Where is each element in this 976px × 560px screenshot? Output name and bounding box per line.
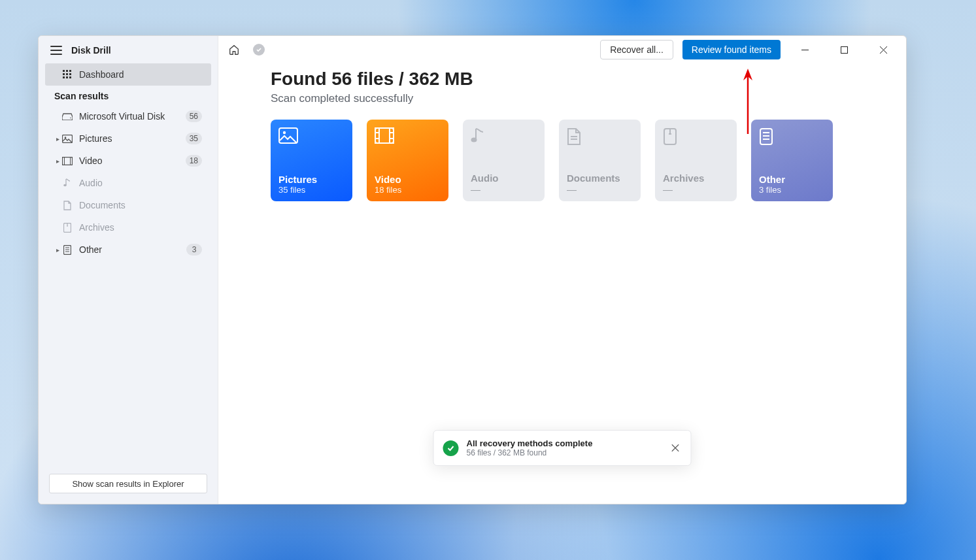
other-icon bbox=[759, 127, 777, 146]
toast-close-button[interactable] bbox=[669, 442, 682, 455]
content-area: Found 56 files / 362 MB Scan completed s… bbox=[218, 63, 906, 201]
sidebar-item-badge: 56 bbox=[186, 110, 202, 122]
sidebar: Disk Drill Dashboard Scan results Micros… bbox=[39, 36, 218, 504]
svg-point-9 bbox=[70, 118, 71, 119]
sidebar-item-label: Pictures bbox=[79, 133, 186, 144]
card-video[interactable]: Video 18 files bbox=[367, 120, 448, 201]
card-archives: Archives — bbox=[655, 120, 737, 201]
card-other[interactable]: Other 3 files bbox=[751, 120, 833, 201]
card-subtitle: 3 files bbox=[759, 185, 825, 195]
sidebar-section-label: Scan results bbox=[39, 86, 218, 105]
sidebar-item-label: Microsoft Virtual Disk bbox=[79, 111, 186, 122]
audio-icon bbox=[61, 178, 74, 188]
results-subhead: Scan completed successfully bbox=[271, 92, 906, 105]
close-button[interactable] bbox=[868, 37, 898, 63]
category-cards: Pictures 35 files Video 18 files bbox=[271, 120, 906, 201]
sidebar-item-documents[interactable]: Documents bbox=[45, 194, 211, 216]
results-headline: Found 56 files / 362 MB bbox=[271, 69, 906, 90]
card-title: Video bbox=[375, 174, 441, 185]
card-subtitle: 35 files bbox=[278, 185, 345, 195]
check-icon bbox=[443, 440, 459, 456]
show-in-explorer-button[interactable]: Show scan results in Explorer bbox=[49, 474, 207, 493]
svg-rect-8 bbox=[69, 76, 71, 78]
card-documents: Documents — bbox=[559, 120, 641, 201]
card-title: Documents bbox=[567, 173, 633, 184]
main-panel: Recover all... Review found items Found … bbox=[218, 36, 906, 504]
card-subtitle: — bbox=[567, 184, 633, 195]
sidebar-item-disk[interactable]: Microsoft Virtual Disk 56 bbox=[45, 105, 211, 127]
sidebar-item-archives[interactable]: Archives bbox=[45, 216, 211, 239]
sidebar-item-video[interactable]: ▸ Video 18 bbox=[45, 150, 211, 172]
dashboard-icon bbox=[61, 70, 74, 79]
video-icon bbox=[375, 127, 393, 146]
svg-rect-5 bbox=[69, 73, 71, 75]
svg-rect-1 bbox=[66, 70, 68, 72]
document-icon bbox=[567, 127, 585, 146]
sidebar-item-label: Archives bbox=[79, 222, 202, 233]
chevron-right-icon: ▸ bbox=[54, 246, 61, 254]
app-title: Disk Drill bbox=[71, 45, 111, 56]
sidebar-item-label: Dashboard bbox=[79, 69, 202, 80]
svg-rect-23 bbox=[390, 128, 394, 143]
svg-point-24 bbox=[471, 138, 477, 142]
svg-rect-18 bbox=[841, 46, 847, 53]
sidebar-item-audio[interactable]: Audio bbox=[45, 172, 211, 194]
disk-icon bbox=[61, 112, 74, 120]
card-pictures[interactable]: Pictures 35 files bbox=[271, 120, 352, 201]
svg-point-20 bbox=[283, 131, 286, 134]
card-subtitle: 18 files bbox=[375, 185, 441, 195]
card-title: Archives bbox=[663, 173, 729, 184]
archive-icon bbox=[61, 223, 74, 233]
status-check-icon bbox=[251, 42, 267, 58]
card-audio: Audio — bbox=[463, 120, 545, 201]
archive-icon bbox=[663, 127, 681, 146]
sidebar-item-other[interactable]: ▸ Other 3 bbox=[45, 239, 211, 261]
card-title: Other bbox=[759, 174, 825, 185]
app-window: Disk Drill Dashboard Scan results Micros… bbox=[38, 35, 907, 504]
document-icon bbox=[61, 201, 74, 210]
sidebar-item-dashboard[interactable]: Dashboard bbox=[45, 63, 211, 86]
toast-notification: All recovery methods complete 56 files /… bbox=[433, 430, 692, 466]
picture-icon bbox=[61, 135, 74, 143]
toast-subtitle: 56 files / 362 MB found bbox=[467, 448, 661, 457]
other-icon bbox=[61, 245, 74, 255]
svg-rect-22 bbox=[375, 128, 379, 143]
minimize-button[interactable] bbox=[790, 37, 820, 63]
svg-rect-13 bbox=[63, 157, 65, 165]
svg-rect-7 bbox=[66, 76, 68, 78]
picture-icon bbox=[278, 127, 297, 146]
audio-icon bbox=[471, 127, 489, 146]
sidebar-item-label: Other bbox=[79, 244, 186, 255]
topbar: Recover all... Review found items bbox=[218, 36, 906, 63]
svg-rect-6 bbox=[63, 76, 65, 78]
svg-rect-14 bbox=[71, 157, 73, 165]
chevron-right-icon: ▸ bbox=[54, 157, 61, 165]
svg-rect-21 bbox=[375, 128, 394, 143]
svg-rect-2 bbox=[69, 70, 71, 72]
recover-all-button[interactable]: Recover all... bbox=[600, 40, 673, 59]
sidebar-item-badge: 3 bbox=[186, 244, 202, 255]
card-subtitle: — bbox=[663, 184, 729, 195]
toast-title: All recovery methods complete bbox=[467, 438, 661, 448]
home-icon[interactable] bbox=[226, 42, 242, 58]
svg-rect-3 bbox=[63, 73, 65, 75]
card-title: Pictures bbox=[278, 174, 345, 185]
video-icon bbox=[61, 157, 74, 165]
sidebar-item-badge: 35 bbox=[186, 133, 202, 144]
card-subtitle: — bbox=[471, 184, 537, 195]
card-title: Audio bbox=[471, 173, 537, 184]
sidebar-item-pictures[interactable]: ▸ Pictures 35 bbox=[45, 127, 211, 150]
chevron-right-icon: ▸ bbox=[54, 135, 61, 142]
svg-rect-4 bbox=[66, 73, 68, 75]
review-found-items-button[interactable]: Review found items bbox=[682, 40, 781, 59]
sidebar-item-label: Documents bbox=[79, 200, 202, 210]
menu-icon[interactable] bbox=[50, 46, 62, 55]
svg-rect-12 bbox=[63, 157, 73, 165]
svg-rect-0 bbox=[63, 70, 65, 72]
svg-point-15 bbox=[63, 184, 67, 187]
maximize-button[interactable] bbox=[829, 37, 859, 63]
sidebar-item-badge: 18 bbox=[186, 155, 202, 167]
sidebar-item-label: Video bbox=[79, 156, 186, 166]
sidebar-item-label: Audio bbox=[79, 178, 202, 188]
